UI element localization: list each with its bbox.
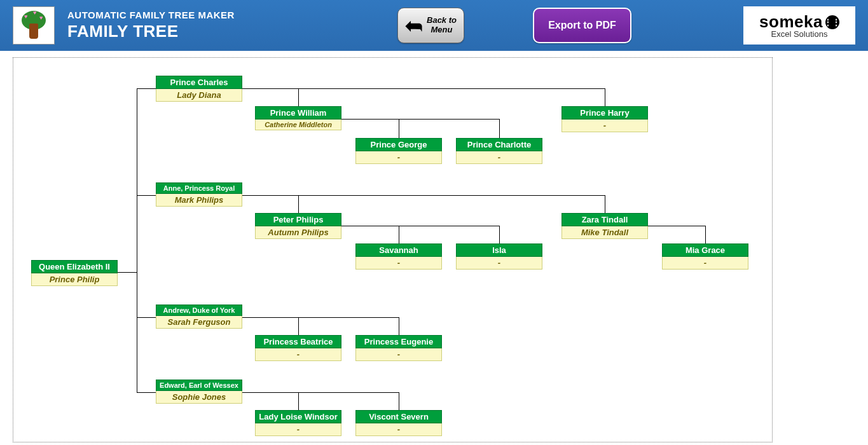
node-anne[interactable]: Anne, Princess Royal Mark Philips xyxy=(156,182,242,207)
node-andrew[interactable]: Andrew, Duke of York Sarah Ferguson xyxy=(156,305,242,329)
logo: ♥ ♥ ♥ xyxy=(13,6,55,44)
node-george[interactable]: Prince George - xyxy=(355,138,442,164)
node-mia[interactable]: Mia Grace - xyxy=(662,243,748,270)
titles: AUTOMATIC FAMILY TREE MAKER FAMILY TREE xyxy=(67,10,235,41)
node-edward[interactable]: Edward, Earl of Wessex Sophie Jones xyxy=(156,380,242,404)
back-label-line1: Back to xyxy=(427,15,457,25)
brand-tagline: Excel Solutions xyxy=(771,29,828,39)
node-spouse: Prince Philip xyxy=(31,273,118,286)
node-charlotte[interactable]: Prince Charlotte - xyxy=(456,138,542,164)
node-beatrice[interactable]: Princess Beatrice - xyxy=(255,335,341,361)
tree-canvas: Queen Elizabeth II Prince Philip Prince … xyxy=(13,57,773,442)
export-pdf-button[interactable]: Export to PDF xyxy=(533,8,631,43)
node-william[interactable]: Prince William Catherine Middleton xyxy=(255,106,341,130)
node-eugenie[interactable]: Princess Eugenie - xyxy=(355,335,442,361)
export-label: Export to PDF xyxy=(548,20,616,31)
node-zara[interactable]: Zara Tindall Mike Tindall xyxy=(561,213,648,239)
back-label-line2: Menu xyxy=(431,25,453,34)
back-to-menu-button[interactable]: ➦ Back to Menu xyxy=(397,8,464,43)
tree-icon: ♥ ♥ ♥ xyxy=(18,10,50,41)
node-savannah[interactable]: Savannah - xyxy=(355,243,442,270)
page-title: FAMILY TREE xyxy=(67,22,235,41)
app-header: ♥ ♥ ♥ AUTOMATIC FAMILY TREE MAKER FAMILY… xyxy=(0,0,868,51)
node-viscont[interactable]: Viscont Severn - xyxy=(355,410,442,436)
brand-logo: someka ⋮⋮ Excel Solutions xyxy=(743,6,855,44)
node-harry[interactable]: Prince Harry - xyxy=(561,106,648,132)
brand-icon: ⋮⋮ xyxy=(825,15,839,29)
node-isla[interactable]: Isla - xyxy=(456,243,542,270)
node-charles[interactable]: Prince Charles Lady Diana xyxy=(156,76,242,102)
node-root[interactable]: Queen Elizabeth II Prince Philip xyxy=(31,260,118,286)
app-subtitle: AUTOMATIC FAMILY TREE MAKER xyxy=(67,10,235,20)
node-peter[interactable]: Peter Philips Autumn Philips xyxy=(255,213,341,239)
node-name: Queen Elizabeth II xyxy=(31,260,118,273)
node-loise[interactable]: Lady Loise Windsor - xyxy=(255,410,341,436)
